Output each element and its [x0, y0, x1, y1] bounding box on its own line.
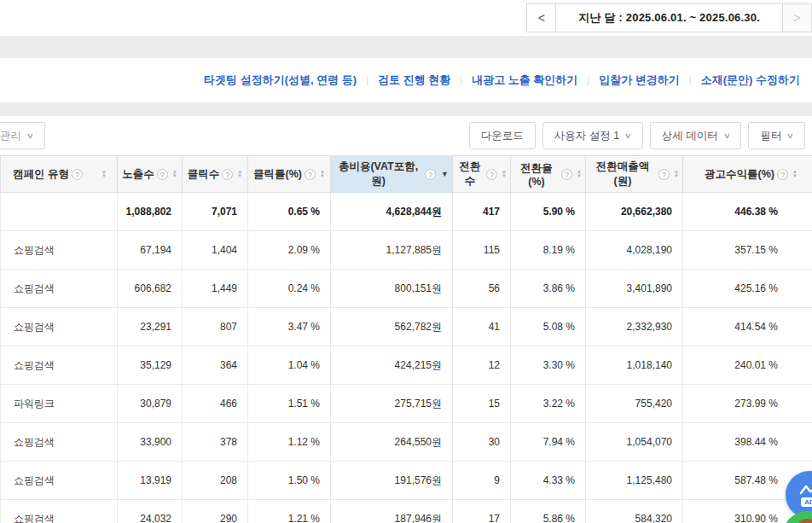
table-row: 쇼핑검색67,1941,4042.09 %1,127,885원1158.19 %… [1, 231, 812, 270]
conversions-cell: 12 [453, 346, 511, 385]
col-header-total-cost[interactable]: 총비용(VAT포함,원)?▼ [331, 156, 453, 193]
conversion-rate-cell: 3.86 % [511, 270, 586, 308]
conversion-rate-cell: 4.33 % [511, 462, 586, 500]
campaign-type-cell: 쇼핑검색 [1, 500, 118, 523]
help-icon[interactable]: ? [425, 169, 436, 180]
manage-label: 관리 [0, 129, 21, 143]
link-divider: | [689, 75, 692, 85]
table-toolbar: 관리 ∨ 다운로드 사용자 설정 1 ∨ 상세 데이터 ∨ 필터 ∨ [0, 116, 812, 155]
roas-cell: 425.16 % [683, 270, 812, 308]
col-header-conversion-rate[interactable]: 전환율(%)?▲▼ [511, 156, 586, 193]
conversion-revenue-cell: 1,125,480 [586, 462, 683, 500]
clicks-cell: 1,449 [183, 270, 248, 308]
chevron-down-icon: ∨ [26, 131, 34, 140]
col-header-roas[interactable]: 광고수익률(%)?▲▼ [683, 156, 812, 193]
col-header-conversions[interactable]: 전환수?▲▼ [453, 156, 511, 193]
total-cost-cell: 424,215원 [331, 346, 453, 385]
col-header-ctr[interactable]: 클릭률(%)?▲▼ [248, 156, 331, 193]
date-range-selector: < 지난 달 : 2025.06.01. ~ 2025.06.30. > [526, 3, 812, 32]
link-change-bid[interactable]: 입찰가 변경하기 [599, 73, 680, 88]
help-icon[interactable]: ? [157, 169, 168, 180]
clicks-cell: 208 [183, 462, 248, 500]
col-header-campaign-type[interactable]: 캠페인 유형?▲▼ [1, 156, 118, 193]
next-month-button[interactable]: > [783, 3, 812, 32]
conversion-revenue-cell: 584,320 [586, 500, 683, 523]
conversions-cell: 9 [453, 462, 511, 500]
campaign-type-cell: 쇼핑검색 [1, 308, 118, 346]
campaign-type-cell [1, 193, 118, 231]
help-icon[interactable]: ? [304, 169, 316, 180]
conversion-revenue-cell: 3,401,890 [586, 270, 683, 308]
help-icon[interactable]: ? [561, 169, 572, 180]
campaign-type-cell: 쇼핑검색 [1, 423, 118, 462]
table-header-row: 캠페인 유형?▲▼노출수?▲▼클릭수?▲▼클릭률(%)?▲▼총비용(VAT포함,… [1, 156, 812, 193]
total-cost-cell: 191,576원 [331, 462, 453, 500]
help-icon[interactable]: ? [777, 169, 788, 180]
sort-icon[interactable]: ▲▼ [674, 170, 679, 178]
prev-month-button[interactable]: < [526, 3, 555, 32]
sort-icon[interactable]: ▲▼ [172, 170, 177, 178]
help-icon[interactable]: ? [658, 169, 670, 180]
campaign-stats-table: 캠페인 유형?▲▼노출수?▲▼클릭수?▲▼클릭률(%)?▲▼총비용(VAT포함,… [0, 155, 812, 523]
total-cost-cell: 1,127,885원 [331, 231, 453, 270]
campaign-type-cell: 쇼핑검색 [1, 346, 118, 385]
filter-dropdown-button[interactable]: 필터 ∨ [748, 122, 805, 149]
help-icon[interactable]: ? [222, 169, 233, 180]
table-row: 쇼핑검색33,9003781.12 %264,550원307.94 %1,054… [1, 423, 812, 462]
sort-icon[interactable]: ▲▼ [577, 170, 582, 178]
ctr-cell: 0.24 % [248, 270, 331, 308]
sort-icon[interactable]: ▲▼ [320, 170, 325, 178]
link-targeting-settings[interactable]: 타겟팅 설정하기(성별, 연령 등) [204, 73, 357, 88]
ctr-cell: 1.50 % [248, 462, 331, 500]
conversion-revenue-cell: 755,420 [586, 385, 683, 423]
conversion-rate-cell: 5.08 % [511, 308, 586, 346]
conversion-revenue-cell: 1,018,140 [586, 346, 683, 385]
user-setting-dropdown-button[interactable]: 사용자 설정 1 ∨ [542, 122, 643, 149]
col-label-impressions: 노출수 [122, 167, 154, 182]
table-row: 쇼핑검색35,1293641.04 %424,215원123.30 %1,018… [1, 346, 812, 385]
col-header-conversion-revenue[interactable]: 전환매출액(원)?▲▼ [586, 156, 683, 193]
conversion-rate-cell: 7.94 % [511, 423, 586, 462]
table-row: 쇼핑검색23,2918073.47 %562,782원415.08 %2,332… [1, 308, 812, 346]
roas-cell: 240.01 % [683, 346, 812, 385]
sort-icon[interactable]: ▲▼ [502, 170, 507, 178]
sort-icon[interactable]: ▲▼ [237, 170, 242, 178]
conversion-rate-cell: 5.86 % [511, 500, 586, 523]
col-header-impressions[interactable]: 노출수?▲▼ [118, 156, 183, 193]
detail-data-dropdown-button[interactable]: 상세 데이터 ∨ [650, 122, 742, 149]
totals-row: 1,088,8027,0710.65 %4,628,844원4175.90 %2… [1, 193, 812, 231]
sort-desc-icon[interactable]: ▼ [441, 170, 449, 178]
roas-cell: 273.99 % [683, 385, 812, 423]
divider-band [0, 36, 812, 58]
impressions-cell: 35,129 [118, 346, 183, 385]
conversions-cell: 15 [453, 385, 511, 423]
manage-dropdown-button[interactable]: 관리 ∨ [0, 122, 45, 149]
impressions-cell: 33,900 [118, 423, 183, 462]
impressions-cell: 24,032 [118, 500, 183, 523]
help-icon[interactable]: ? [486, 169, 497, 180]
clicks-cell: 364 [183, 346, 248, 385]
col-label-roas: 광고수익률(%) [705, 167, 774, 182]
sort-icon[interactable]: ▲▼ [792, 170, 798, 178]
link-edit-creative[interactable]: 소재(문안) 수정하기 [701, 73, 800, 88]
campaign-type-cell: 쇼핑검색 [1, 270, 118, 308]
download-button[interactable]: 다운로드 [469, 122, 536, 149]
clicks-cell: 1,404 [183, 231, 248, 270]
ctr-cell: 2.09 % [248, 231, 331, 270]
ctr-cell: 1.12 % [248, 423, 331, 462]
conversions-cell: 30 [453, 423, 511, 462]
ctr-cell: 1.04 % [248, 346, 331, 385]
conversion-rate-cell: 3.22 % [511, 385, 586, 423]
ctr-cell: 1.51 % [248, 385, 331, 423]
link-check-ad-exposure[interactable]: 내광고 노출 확인하기 [472, 73, 577, 88]
chevron-down-icon: ∨ [786, 131, 794, 140]
sort-icon[interactable]: ▲▼ [102, 170, 107, 178]
conversion-revenue-cell: 2,332,930 [586, 308, 683, 346]
chevron-down-icon: ∨ [624, 131, 632, 140]
campaign-type-cell: 쇼핑검색 [1, 231, 118, 270]
impressions-cell: 13,919 [118, 462, 183, 500]
help-icon[interactable]: ? [72, 169, 83, 180]
col-header-clicks[interactable]: 클릭수?▲▼ [183, 156, 248, 193]
link-review-status[interactable]: 검토 진행 현황 [378, 73, 450, 88]
col-label-campaign-type: 캠페인 유형 [13, 167, 69, 182]
